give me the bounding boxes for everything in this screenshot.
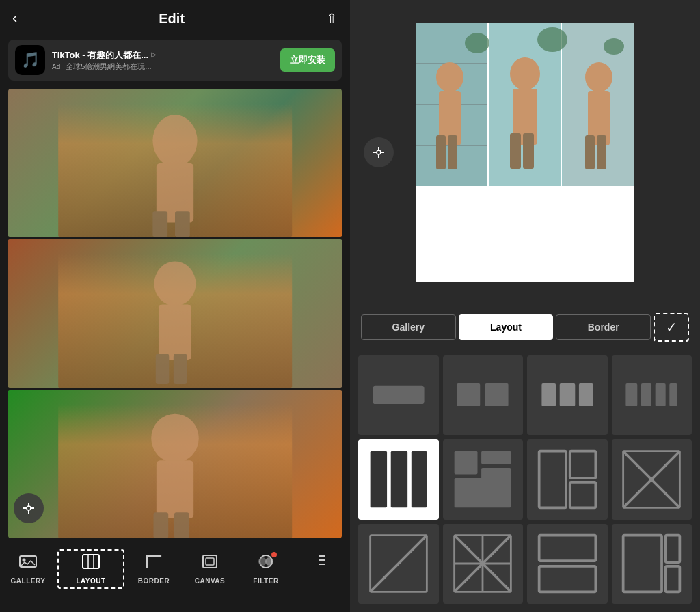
svg-rect-43 [510, 133, 521, 169]
svg-rect-60 [457, 383, 481, 406]
svg-rect-75 [455, 478, 511, 507]
toolbar-layout[interactable]: LAYOUT [57, 549, 124, 589]
ad-install-button[interactable]: 立即安装 [280, 48, 335, 72]
svg-rect-39 [436, 135, 446, 169]
layout-option-12[interactable] [612, 524, 692, 604]
svg-rect-61 [485, 383, 509, 406]
layout-grid [350, 350, 700, 613]
layout-icon [81, 553, 100, 574]
ad-title: TikTok - 有趣的人都在... [52, 49, 148, 61]
photo-strip-2 [8, 239, 342, 387]
gallery-icon [18, 553, 38, 574]
svg-rect-47 [585, 135, 595, 169]
svg-rect-63 [559, 383, 575, 406]
svg-rect-40 [448, 135, 457, 169]
tab-layout[interactable]: Layout [459, 314, 554, 340]
svg-rect-91 [623, 536, 662, 592]
svg-point-41 [510, 57, 540, 90]
layout-option-6[interactable] [443, 439, 524, 520]
page-title: Edit [159, 11, 185, 27]
svg-point-52 [537, 27, 567, 52]
svg-rect-65 [626, 383, 638, 406]
svg-rect-2 [152, 211, 167, 237]
layout-option-3[interactable] [527, 355, 608, 436]
svg-point-51 [465, 33, 489, 53]
layout-option-8[interactable] [612, 439, 692, 520]
back-button[interactable]: ‹ [12, 10, 17, 27]
toolbar-gallery[interactable]: GALLERY [0, 549, 56, 585]
svg-rect-76 [539, 451, 565, 507]
svg-point-8 [151, 413, 199, 462]
svg-point-18 [23, 559, 26, 562]
ad-label: Ad [52, 63, 60, 70]
svg-rect-73 [481, 451, 511, 464]
svg-rect-64 [579, 383, 593, 406]
layout-option-9[interactable] [358, 524, 439, 604]
crosshair-icon-right [372, 145, 386, 159]
tab-bar: Gallery Layout Border ✓ [350, 305, 700, 350]
svg-rect-72 [455, 451, 478, 474]
svg-rect-77 [570, 451, 596, 477]
svg-rect-17 [20, 556, 36, 567]
svg-line-83 [370, 536, 427, 592]
tab-border[interactable]: Border [556, 314, 651, 340]
check-button[interactable]: ✓ [654, 313, 689, 342]
svg-point-45 [585, 62, 612, 92]
photo-collage [8, 89, 342, 538]
share-button[interactable]: ⇧ [326, 10, 338, 27]
photo-strip-3 [8, 390, 342, 538]
header: ‹ Edit ⇧ [0, 0, 350, 37]
svg-rect-48 [597, 135, 606, 169]
layout-option-2[interactable] [443, 355, 524, 436]
canvas-label: CANVAS [195, 577, 225, 585]
svg-point-37 [436, 62, 463, 92]
crosshair-button-left[interactable] [14, 493, 44, 523]
layout-option-4[interactable] [612, 355, 692, 436]
tab-gallery[interactable]: Gallery [361, 314, 456, 340]
ad-subtitle: 全球5億潮男網美都在玩... [66, 61, 151, 72]
ad-logo: 🎵 [15, 45, 45, 75]
layout-option-1[interactable] [358, 355, 439, 436]
toolbar-border[interactable]: BORDER [126, 549, 182, 585]
canvas-icon [200, 553, 219, 574]
layout-label: LAYOUT [76, 577, 105, 585]
svg-rect-78 [570, 482, 596, 508]
svg-rect-62 [541, 383, 556, 406]
svg-point-26 [265, 557, 273, 566]
svg-rect-7 [174, 354, 187, 384]
right-panel: Gallery Layout Border ✓ [350, 0, 700, 612]
svg-rect-92 [666, 536, 680, 562]
svg-rect-71 [412, 451, 427, 507]
extra-icon [317, 553, 327, 574]
photo-strip-1 [8, 89, 342, 237]
preview-white-area [416, 186, 634, 282]
svg-rect-19 [83, 555, 99, 568]
svg-point-53 [604, 38, 624, 55]
svg-rect-3 [175, 211, 190, 237]
layout-option-10[interactable] [443, 524, 524, 604]
svg-rect-6 [156, 354, 170, 384]
ad-banner: 🎵 TikTok - 有趣的人都在... ▷ Ad 全球5億潮男網美都在玩...… [8, 40, 342, 81]
svg-rect-23 [206, 558, 214, 565]
layout-option-7[interactable] [527, 439, 608, 520]
svg-rect-44 [523, 133, 534, 169]
svg-rect-67 [656, 383, 666, 406]
toolbar-canvas[interactable]: CANVAS [182, 549, 238, 585]
svg-rect-5 [159, 305, 191, 360]
filter-icon [256, 553, 275, 574]
filter-dot [271, 552, 277, 557]
svg-rect-11 [174, 512, 189, 538]
filter-label: FILTER [253, 577, 278, 585]
toolbar-extra[interactable] [294, 549, 350, 574]
svg-rect-22 [203, 555, 217, 568]
toolbar-filter[interactable]: FILTER [238, 549, 294, 585]
svg-rect-89 [539, 536, 595, 561]
crosshair-button-right[interactable] [364, 137, 394, 167]
left-panel: ‹ Edit ⇧ 🎵 TikTok - 有趣的人都在... ▷ Ad 全球5億潮… [0, 0, 350, 612]
svg-rect-68 [670, 383, 677, 406]
tiktok-logo-icon: 🎵 [21, 51, 40, 69]
layout-option-11[interactable] [527, 524, 608, 604]
svg-rect-66 [641, 383, 651, 406]
layout-option-5[interactable] [358, 439, 439, 520]
svg-rect-93 [666, 566, 680, 592]
